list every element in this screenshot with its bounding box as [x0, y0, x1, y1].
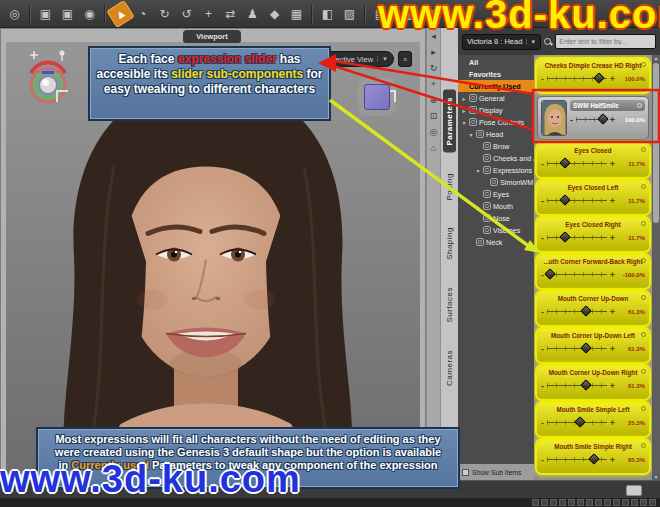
slider-options-icon[interactable] — [641, 147, 646, 152]
timeline-tick[interactable] — [649, 499, 656, 506]
parameter-slider-uth-corner-forward-back-right[interactable]: ...uth Corner Forward-Back Right-+-100.0… — [537, 255, 649, 288]
create-node-icon[interactable]: ▣ — [35, 4, 56, 24]
slider-track[interactable] — [547, 233, 607, 242]
slider-increment[interactable]: + — [610, 309, 615, 315]
node-edit-tool-icon[interactable]: ◆ — [264, 4, 285, 24]
slider-track[interactable] — [547, 344, 607, 353]
slider-decrement[interactable]: - — [541, 272, 544, 278]
slider-options-icon[interactable] — [641, 332, 646, 337]
slider-decrement[interactable]: - — [541, 457, 544, 463]
translate-tool-icon[interactable]: + — [198, 4, 219, 24]
timeline-tick[interactable] — [631, 499, 638, 506]
view-cube-gizmo[interactable] — [364, 84, 390, 110]
slider-track[interactable] — [547, 381, 607, 390]
parameter-slider-mouth-corner-up-down-left[interactable]: Mouth Corner Up-Down Left-+61.3% — [537, 329, 649, 362]
nav-item-mouth[interactable]: ▸OMouth — [458, 200, 534, 212]
slider-thumb[interactable] — [559, 231, 570, 242]
spot-render-icon[interactable]: ▨ — [339, 4, 360, 24]
nav-item-general[interactable]: ▸OGeneral — [458, 92, 534, 104]
rotate-tool-icon[interactable]: ↻ — [154, 4, 175, 24]
nav-item-cheeks-and-jaw[interactable]: OCheeks and Jaw — [458, 152, 534, 164]
timeline-tick[interactable] — [613, 499, 620, 506]
chevron-down-icon[interactable]: ▼ — [526, 39, 536, 45]
nav-item-display[interactable]: ▸ODisplay — [458, 104, 534, 116]
nav-item-currently-used[interactable]: Currently Used — [458, 80, 534, 92]
timeline-tick[interactable] — [586, 499, 593, 506]
nav-item-expressions[interactable]: ▾OExpressions — [458, 164, 534, 176]
surface-select-tool-icon[interactable]: ◔ — [132, 4, 153, 24]
show-sub-items-checkbox[interactable] — [462, 469, 469, 476]
select-tool-icon[interactable]: ▲ — [106, 0, 134, 28]
geometry-editor-icon[interactable]: ▦ — [286, 4, 307, 24]
slider-track[interactable] — [547, 270, 607, 279]
aim-view-icon[interactable]: ◎ — [430, 128, 438, 137]
tab-surfaces[interactable]: Surfaces — [443, 280, 456, 330]
nav-item-neck[interactable]: ONeck — [458, 236, 534, 248]
slider-increment[interactable]: + — [610, 117, 615, 123]
timeline-tick[interactable] — [568, 499, 575, 506]
chevron-down-icon[interactable]: ▾ — [461, 119, 467, 126]
parameter-slider-swm-halfsmile[interactable]: SWM HalfSmile-+100.0% — [537, 96, 649, 140]
pose-tool-icon[interactable]: ♟ — [242, 4, 263, 24]
slider-options-icon[interactable] — [641, 295, 646, 300]
slider-increment[interactable]: + — [610, 198, 615, 204]
timeline-tick[interactable] — [595, 499, 602, 506]
nav-item-head[interactable]: ▾OHead — [458, 128, 534, 140]
pane-toggle-button[interactable] — [626, 485, 642, 496]
zoom-view-icon[interactable]: ⊕ — [430, 96, 438, 105]
nav-item-nose[interactable]: ONose — [458, 212, 534, 224]
slider-increment[interactable]: + — [610, 272, 615, 278]
slider-thumb[interactable] — [559, 194, 570, 205]
render-icon[interactable]: ◧ — [317, 4, 338, 24]
chevron-right-icon[interactable]: ▸ — [461, 107, 467, 114]
timeline-tick[interactable] — [622, 499, 629, 506]
nav-item-favorites[interactable]: Favorites — [458, 68, 534, 80]
viewport-tab[interactable]: Viewport — [183, 30, 241, 43]
slider-increment[interactable]: + — [610, 383, 615, 389]
slider-decrement[interactable]: - — [541, 235, 544, 241]
slider-thumb[interactable] — [544, 268, 555, 279]
slider-increment[interactable]: + — [610, 76, 615, 82]
slider-increment[interactable]: + — [610, 346, 615, 352]
slider-options-icon[interactable] — [641, 62, 646, 67]
slider-track[interactable] — [547, 307, 607, 316]
parameter-slider-mouth-corner-up-down-right[interactable]: Mouth Corner Up-Down Right-+61.3% — [537, 366, 649, 399]
create-group-icon[interactable]: ▣ — [57, 4, 78, 24]
timeline-tick[interactable] — [559, 499, 566, 506]
parameter-slider-cheeks-dimple-crease-hd-right[interactable]: Cheeks Dimple Crease HD Right-+100.0% — [537, 59, 649, 92]
chevron-right-icon[interactable]: ▸ — [461, 95, 467, 102]
slider-options-icon[interactable] — [641, 258, 646, 263]
viewport-options-button[interactable]: ≡ — [398, 51, 412, 67]
chevron-down-icon[interactable]: ▼ — [377, 56, 388, 62]
scrollbar-thumb[interactable] — [653, 63, 659, 223]
slider-decrement[interactable]: - — [541, 198, 544, 204]
slider-decrement[interactable]: - — [541, 76, 544, 82]
orbit-view-icon[interactable]: ↻ — [430, 64, 438, 73]
pan-view-icon[interactable]: + — [431, 80, 436, 89]
parameter-slider-mouth-smile-simple-left[interactable]: Mouth Smile Simple Left-+25.3% — [537, 403, 649, 436]
scroll-up-icon[interactable]: ▲ — [652, 55, 660, 61]
tab-shaping[interactable]: Shaping — [443, 220, 456, 267]
slider-track[interactable] — [547, 196, 607, 205]
splitter-right-icon[interactable]: ▸ — [431, 48, 436, 57]
nav-item-visemes[interactable]: OVisemes — [458, 224, 534, 236]
parameter-slider-mouth-smile-simple-right[interactable]: Mouth Smile Simple Right-+85.3% — [537, 440, 649, 473]
parameter-slider-eyes-closed-left[interactable]: Eyes Closed Left-+11.7% — [537, 181, 649, 214]
chevron-down-icon[interactable]: ▾ — [475, 167, 481, 174]
scale-tool-icon[interactable]: ⇄ — [220, 4, 241, 24]
slider-options-icon[interactable] — [641, 184, 646, 189]
slider-increment[interactable]: + — [610, 235, 615, 241]
slider-thumb[interactable] — [588, 453, 599, 464]
slider-track[interactable] — [576, 115, 607, 124]
slider-increment[interactable]: + — [610, 457, 615, 463]
slider-thumb[interactable] — [581, 379, 592, 390]
slider-thumb[interactable] — [574, 416, 585, 427]
view-navigation-gizmo[interactable] — [16, 47, 80, 109]
timeline-tick[interactable] — [532, 499, 539, 506]
slider-decrement[interactable]: - — [541, 383, 544, 389]
timeline-tick[interactable] — [550, 499, 557, 506]
parameter-slider-eyes-closed-right[interactable]: Eyes Closed Right-+11.7% — [537, 218, 649, 251]
parameter-slider-mouth-corner-up-down[interactable]: Mouth Corner Up-Down-+61.3% — [537, 292, 649, 325]
nav-item-all[interactable]: All — [458, 56, 534, 68]
nav-item-eyes[interactable]: OEyes — [458, 188, 534, 200]
